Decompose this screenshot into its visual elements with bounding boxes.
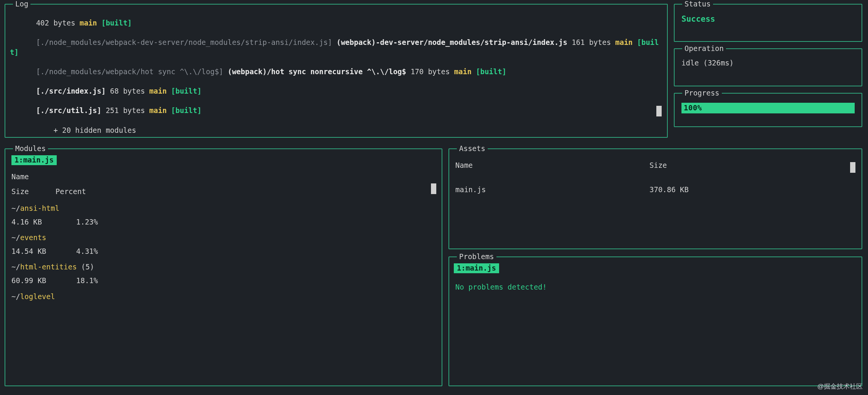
progress-bar: 100% — [681, 103, 855, 113]
modules-scrollbar-thumb[interactable] — [431, 183, 436, 194]
problems-body[interactable]: 1:main.js No problems detected! — [454, 261, 857, 382]
module-name: html-entities — [20, 263, 77, 271]
module-prefix: ~/ — [11, 263, 20, 271]
assets-body[interactable]: Name Size main.js370.86 KB — [454, 153, 857, 245]
log-body[interactable]: 402 bytes main [built] [./node_modules/w… — [10, 8, 662, 133]
progress-panel-title: Progress — [682, 88, 722, 98]
module-percent: 1.23% — [76, 217, 98, 227]
asset-row[interactable]: main.js370.86 KB — [455, 185, 855, 195]
module-row[interactable]: ~/ansi-html4.16 KB1.23% — [11, 204, 436, 227]
status-value: Success — [679, 8, 857, 30]
problems-panel-title: Problems — [457, 252, 496, 262]
assets-scrollbar-thumb[interactable] — [850, 162, 855, 173]
module-suffix: (5) — [77, 263, 94, 271]
log-line-3-path: [./node_modules/webpack/hot sync ^\.\/lo… — [36, 67, 228, 76]
modules-header-name: Name — [11, 172, 436, 182]
assets-header-size: Size — [649, 161, 667, 170]
module-prefix: ~/ — [11, 204, 20, 212]
module-name: ansi-html — [20, 204, 59, 212]
log-line-3-built: [built] — [472, 67, 507, 76]
problems-tab[interactable]: 1:main.js — [454, 263, 499, 273]
log-line-1-chunk: main — [80, 19, 97, 27]
log-line-5-bytes: 251 bytes — [101, 106, 149, 115]
modules-header-percent: Percent — [56, 187, 86, 197]
status-panel-title: Status — [682, 0, 713, 9]
log-line-4-chunk: main — [149, 87, 167, 95]
watermark: @掘金技术社区 — [817, 382, 863, 391]
log-line-4-built: [built] — [167, 87, 202, 95]
log-line-3-desc: (webpack)/hot sync nonrecursive ^\.\/log… — [228, 67, 406, 76]
log-line-5-path: [./src/util.js] — [36, 106, 102, 115]
module-size: 60.99 KB — [11, 276, 53, 286]
log-line-5-built: [built] — [167, 106, 202, 115]
problems-panel: Problems 1:main.js No problems detected! — [448, 256, 862, 386]
module-prefix: ~/ — [11, 233, 20, 242]
status-panel: Status Success — [674, 4, 862, 42]
progress-value: 100% — [684, 103, 702, 113]
assets-panel-title: Assets — [457, 144, 488, 154]
log-line-1-built: [built] — [97, 19, 132, 27]
module-percent: 4.31% — [76, 247, 98, 256]
module-size: 14.54 KB — [11, 247, 53, 256]
module-row[interactable]: ~/html-entities (5)60.99 KB18.1% — [11, 262, 436, 285]
log-line-3-chunk: main — [454, 67, 472, 76]
log-line-2-bytes: 161 bytes — [567, 38, 615, 46]
log-line-6: + 20 hidden modules — [36, 126, 136, 133]
log-line-2-chunk: main — [615, 38, 633, 46]
log-line-4-path: [./src/index.js] — [36, 87, 106, 95]
operation-panel-title: Operation — [682, 44, 726, 54]
log-panel: Log 402 bytes main [built] [./node_modul… — [5, 4, 668, 138]
modules-panel-title: Modules — [13, 144, 48, 154]
log-panel-title: Log — [13, 0, 30, 9]
modules-tab[interactable]: 1:main.js — [11, 155, 57, 165]
modules-panel: Modules 1:main.js Name Size Percent ~/an… — [5, 148, 442, 386]
module-name: events — [20, 233, 46, 242]
log-line-2-desc: (webpack)-dev-server/node_modules/strip-… — [337, 38, 567, 46]
assets-header-name: Name — [455, 161, 649, 170]
asset-name: main.js — [455, 185, 649, 195]
module-percent: 18.1% — [76, 276, 98, 286]
log-line-3-bytes: 170 bytes — [406, 67, 454, 76]
module-row[interactable]: ~/loglevel — [11, 292, 436, 302]
operation-value: idle (326ms) — [679, 53, 857, 73]
log-line-4-bytes: 68 bytes — [106, 87, 149, 95]
module-name: loglevel — [20, 292, 55, 301]
log-line-2-path: [./node_modules/webpack-dev-server/node_… — [36, 38, 337, 46]
module-size: 4.16 KB — [11, 217, 53, 227]
log-line-5-chunk: main — [149, 106, 167, 115]
log-scrollbar-thumb[interactable] — [656, 106, 662, 116]
progress-panel: Progress 100% — [674, 93, 862, 127]
module-row[interactable]: ~/events14.54 KB4.31% — [11, 233, 436, 256]
modules-header-size: Size — [11, 187, 29, 197]
modules-body[interactable]: 1:main.js Name Size Percent ~/ansi-html4… — [10, 153, 437, 382]
log-line-1-size: 402 bytes — [36, 19, 80, 27]
operation-panel: Operation idle (326ms) — [674, 48, 862, 86]
module-prefix: ~/ — [11, 292, 20, 301]
problems-message: No problems detected! — [455, 282, 855, 292]
asset-size: 370.86 KB — [649, 185, 689, 195]
assets-panel: Assets Name Size main.js370.86 KB — [448, 148, 862, 249]
